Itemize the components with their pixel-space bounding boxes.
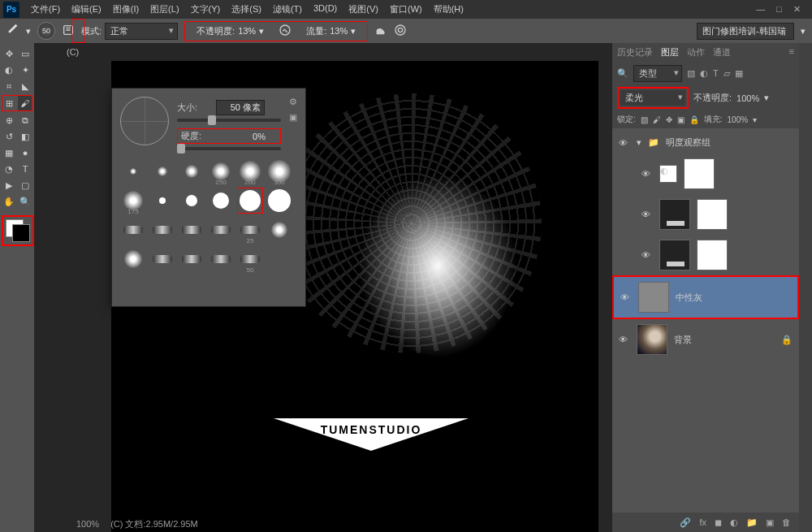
history-brush-tool[interactable]: ↺ (2, 129, 16, 144)
chevron-down-icon[interactable]: ▾ (637, 137, 641, 148)
brush-preset[interactable] (149, 217, 175, 243)
zoom-level[interactable]: 100% (76, 519, 99, 529)
layer-thumbnail[interactable] (659, 199, 690, 230)
brush-preset[interactable]: 200 (237, 158, 263, 184)
chevron-down-icon[interactable]: ▾ (764, 93, 769, 103)
layer-row[interactable]: 👁 (612, 194, 799, 235)
menu-3d[interactable]: 3D(D) (309, 1, 342, 18)
new-preset-icon[interactable]: ▣ (289, 112, 297, 123)
brush-tool[interactable]: 🖌 (18, 96, 32, 110)
chevron-down-icon[interactable]: ▾ (351, 26, 356, 37)
filter-type-select[interactable]: 类型 (633, 65, 682, 82)
brush-preset[interactable] (179, 217, 205, 243)
pixel-filter-icon[interactable]: ▧ (687, 68, 695, 79)
maximize-button[interactable]: □ (776, 4, 782, 15)
size-slider[interactable] (177, 119, 281, 122)
brush-preset[interactable]: 25 (237, 217, 263, 243)
pressure-opacity-icon[interactable] (279, 24, 292, 38)
healing-tool[interactable]: ⊕ (2, 113, 16, 128)
lock-position-icon[interactable]: ✥ (666, 115, 672, 124)
chevron-down-icon[interactable]: ▾ (26, 26, 31, 37)
menu-type[interactable]: 文字(Y) (186, 1, 226, 18)
lasso-tool[interactable]: ◐ (2, 63, 16, 77)
brush-preset[interactable] (120, 158, 146, 184)
link-layers-icon[interactable]: 🔗 (680, 517, 691, 528)
visibility-toggle[interactable]: 👁 (620, 292, 632, 302)
menu-window[interactable]: 窗口(W) (385, 1, 427, 18)
chevron-down-icon[interactable]: ▾ (259, 26, 264, 37)
move-tool[interactable]: ✥ (2, 46, 16, 61)
wand-tool[interactable]: ✦ (18, 63, 32, 77)
layer-opacity-value[interactable]: 100% (736, 93, 759, 103)
brush-preset[interactable] (208, 246, 234, 272)
layer-thumbnail[interactable] (638, 282, 669, 313)
layer-name[interactable]: 明度观察组 (666, 136, 710, 149)
color-swatches[interactable] (2, 215, 34, 246)
visibility-toggle[interactable]: 👁 (619, 138, 630, 148)
visibility-toggle[interactable]: 👁 (641, 250, 653, 260)
panel-collapsed-strip[interactable] (799, 43, 812, 532)
brush-preset[interactable]: 175 (120, 188, 146, 214)
chevron-down-icon[interactable]: ▾ (753, 115, 757, 124)
visibility-toggle[interactable]: 👁 (619, 335, 630, 344)
brush-preset[interactable] (120, 246, 146, 272)
document-name-field[interactable]: 图门修图培训-韩国瑞 (697, 23, 794, 40)
layer-name[interactable]: 中性灰 (676, 292, 702, 304)
menu-filter[interactable]: 滤镜(T) (268, 1, 307, 18)
mode-select[interactable]: 正常 (105, 23, 178, 40)
brush-preset[interactable] (149, 188, 175, 214)
panel-menu-icon[interactable]: ≡ (789, 46, 794, 58)
menu-image[interactable]: 图像(I) (108, 1, 144, 18)
menu-select[interactable]: 选择(S) (227, 1, 266, 18)
brush-preview[interactable]: 50 (37, 22, 55, 40)
crop-tool[interactable]: ⌗ (2, 79, 16, 93)
brush-preset[interactable] (266, 188, 292, 214)
brush-preset-selected[interactable] (237, 188, 263, 214)
opacity-value[interactable]: 13% (238, 26, 256, 36)
menu-view[interactable]: 视图(V) (343, 1, 383, 18)
tab-history[interactable]: 历史记录 (617, 46, 653, 58)
group-icon[interactable]: 📁 (746, 517, 758, 528)
type-tool[interactable]: T (18, 162, 32, 176)
fill-value[interactable]: 100% (728, 115, 749, 124)
layer-row[interactable]: 👁 ◐ (612, 154, 799, 194)
menu-file[interactable]: 文件(F) (26, 1, 65, 18)
lock-transparent-icon[interactable]: ▧ (641, 115, 648, 124)
brush-preset[interactable] (179, 246, 205, 272)
shape-filter-icon[interactable]: ▱ (723, 68, 730, 79)
gear-icon[interactable]: ⚙ (289, 97, 297, 107)
document-tab[interactable]: (C) (34, 43, 612, 61)
chevron-down-icon[interactable]: ▾ (801, 26, 806, 37)
layer-thumbnail[interactable] (659, 240, 690, 270)
layer-group[interactable]: 👁 ▾ 📁 明度观察组 (612, 132, 799, 154)
menu-edit[interactable]: 编辑(E) (67, 1, 106, 18)
size-input[interactable]: 50 像素 (216, 100, 265, 115)
menu-layer[interactable]: 图层(L) (145, 1, 184, 18)
dodge-tool[interactable]: ◔ (2, 162, 16, 176)
brush-preset[interactable] (149, 158, 175, 184)
brush-preset[interactable] (179, 188, 205, 214)
airbrush-icon[interactable] (374, 24, 387, 38)
layer-name[interactable]: 背景 (674, 334, 692, 346)
minimize-button[interactable]: — (756, 4, 765, 15)
brush-preset[interactable] (266, 217, 292, 243)
type-filter-icon[interactable]: T (713, 68, 719, 79)
layer-row[interactable]: 👁 背景 🔒 (612, 319, 799, 360)
layer-mask-thumbnail[interactable] (697, 240, 728, 270)
menu-help[interactable]: 帮助(H) (429, 1, 469, 18)
trash-icon[interactable]: 🗑 (782, 517, 791, 527)
mask-icon[interactable]: ◼ (715, 517, 722, 528)
lock-all-icon[interactable]: 🔒 (689, 115, 699, 124)
hardness-input[interactable]: 0% (220, 131, 269, 142)
layer-row[interactable]: 👁 (612, 235, 799, 275)
brush-preset[interactable]: 250 (208, 158, 234, 184)
gradient-tool[interactable]: ▦ (2, 145, 16, 160)
lock-image-icon[interactable]: 🖌 (653, 115, 661, 124)
visibility-toggle[interactable]: 👁 (641, 169, 653, 179)
brush-preset[interactable] (208, 188, 234, 214)
layer-mask-thumbnail[interactable] (684, 158, 715, 189)
clone-tool[interactable]: ⧉ (18, 113, 32, 128)
flow-value[interactable]: 13% (330, 26, 348, 36)
layer-thumbnail[interactable] (637, 324, 667, 355)
background-color[interactable] (12, 224, 30, 242)
